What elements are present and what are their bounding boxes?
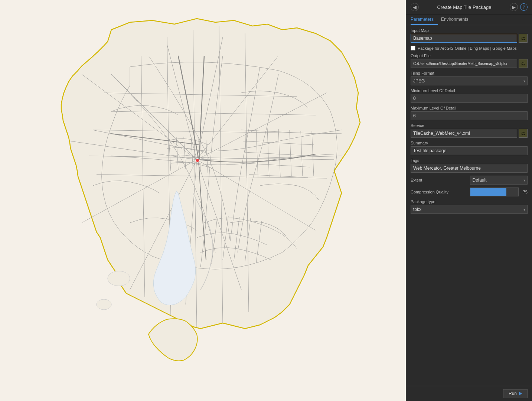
service-field[interactable] [411, 129, 517, 138]
extent-group: Extent Default Current Display Extent As… [411, 176, 528, 185]
summary-group: Summary [411, 141, 528, 155]
island-1 [108, 271, 130, 286]
package-type-select[interactable]: tpkx tpk [411, 205, 528, 214]
output-file-field[interactable] [411, 59, 517, 68]
summary-field[interactable] [411, 146, 528, 155]
run-play-icon [519, 392, 522, 395]
compression-quality-row: 75 [470, 188, 528, 196]
service-row: 🗂 [411, 129, 528, 138]
compression-fill [470, 188, 506, 196]
form-content: Input Map 🗂 Package for ArcGIS Online | … [406, 25, 532, 386]
compression-row: Compression Quality 75 [411, 188, 528, 196]
output-file-row: 🗂 [411, 59, 528, 68]
extent-row: Extent Default Current Display Extent As… [411, 176, 528, 185]
output-file-label: Output File [411, 53, 528, 58]
tool-panel: ◀ Create Map Tile Package ▶ ? Parameters… [406, 0, 532, 401]
forward-button[interactable]: ▶ [510, 3, 518, 11]
service-group: Service 🗂 [411, 123, 528, 138]
tiling-format-select[interactable]: JPEG PNG PNG8 PNG24 PNG32 MIXED [411, 76, 528, 85]
tags-label: Tags [411, 158, 528, 163]
max-level-group: Maximum Level Of Detail [411, 106, 528, 120]
back-button[interactable]: ◀ [411, 3, 419, 11]
package-type-select-wrapper: tpkx tpk [411, 205, 528, 214]
help-button[interactable]: ? [520, 3, 528, 11]
output-file-group: Output File 🗂 [411, 53, 528, 68]
input-map-label: Input Map [411, 28, 528, 33]
min-level-field[interactable] [411, 94, 528, 103]
tiling-format-group: Tiling Format JPEG PNG PNG8 PNG24 PNG32 … [411, 71, 528, 85]
location-marker [196, 159, 199, 162]
run-label: Run [509, 391, 517, 396]
extent-select-wrapper: Default Current Display Extent As Specif… [470, 176, 528, 185]
panel-header: ◀ Create Map Tile Package ▶ ? [406, 0, 532, 14]
input-map-row: 🗂 [411, 34, 528, 43]
input-map-folder-btn[interactable]: 🗂 [519, 34, 528, 43]
package-type-group: Package type tpkx tpk [411, 199, 528, 214]
compression-label: Compression Quality [411, 190, 469, 194]
service-folder-btn[interactable]: 🗂 [519, 129, 528, 138]
map-svg [0, 0, 406, 401]
island-2 [97, 299, 111, 310]
map-view [0, 0, 406, 401]
output-file-folder-btn[interactable]: 🗂 [519, 59, 528, 68]
tiling-format-select-wrapper: JPEG PNG PNG8 PNG24 PNG32 MIXED [411, 76, 528, 85]
compression-slider[interactable] [470, 188, 519, 196]
tab-environments[interactable]: Environments [441, 14, 473, 25]
package-checkbox-group: Package for ArcGIS Online | Bing Maps | … [411, 46, 528, 50]
panel-title: Create Map Tile Package [419, 4, 510, 10]
package-checkbox[interactable] [411, 46, 415, 50]
service-label: Service [411, 123, 528, 128]
panel-footer: Run [406, 386, 532, 401]
max-level-field[interactable] [411, 111, 528, 120]
tab-parameters[interactable]: Parameters [411, 14, 438, 25]
tabs-container: Parameters Environments [406, 14, 532, 25]
compression-group: Compression Quality 75 [411, 188, 528, 196]
extent-select[interactable]: Default Current Display Extent As Specif… [470, 176, 528, 185]
input-map-field[interactable] [411, 34, 517, 43]
summary-label: Summary [411, 141, 528, 145]
panel-nav: ◀ [411, 3, 419, 11]
input-map-group: Input Map 🗂 [411, 28, 528, 43]
compression-value: 75 [520, 190, 528, 194]
min-level-label: Minimum Level Of Detail [411, 88, 528, 93]
tiling-format-label: Tiling Format [411, 71, 528, 75]
package-checkbox-label[interactable]: Package for ArcGIS Online | Bing Maps | … [418, 46, 517, 50]
extent-label: Extent [411, 178, 469, 182]
tags-group: Tags [411, 158, 528, 173]
package-type-label: Package type [411, 199, 528, 204]
min-level-group: Minimum Level Of Detail [411, 88, 528, 103]
tags-field[interactable] [411, 164, 528, 173]
max-level-label: Maximum Level Of Detail [411, 106, 528, 110]
run-button[interactable]: Run [503, 389, 528, 398]
